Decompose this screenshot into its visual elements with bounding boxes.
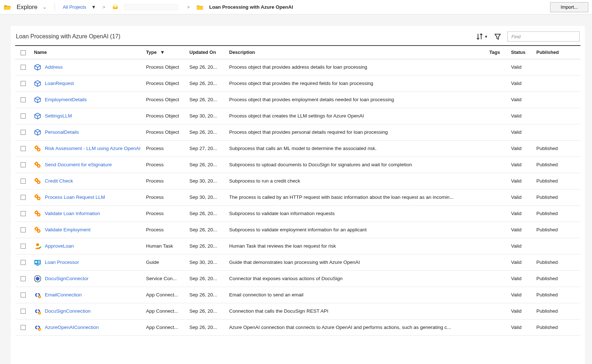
row-checkbox[interactable] xyxy=(15,303,31,319)
table-row[interactable]: Address Process Object Sep 26, 20... Pro… xyxy=(15,59,580,75)
table-row[interactable]: Validate Employment Process Sep 26, 20..… xyxy=(15,222,580,238)
table-row[interactable]: Risk Assessment - LLM using Azure OpenAI… xyxy=(15,140,580,157)
item-link[interactable]: Validate Loan Information xyxy=(45,211,100,216)
item-link[interactable]: Credit Check xyxy=(45,178,73,184)
table-row[interactable]: DocuSignConnector Service Con... Sep 26,… xyxy=(15,270,580,287)
cell-status: Valid xyxy=(508,287,533,303)
app-connection-icon xyxy=(34,291,41,299)
header-published[interactable]: Published xyxy=(533,46,580,59)
row-checkbox[interactable] xyxy=(15,173,31,189)
row-checkbox[interactable] xyxy=(15,287,31,303)
table-row[interactable]: Validate Loan Information Process Sep 26… xyxy=(15,205,580,222)
row-checkbox[interactable] xyxy=(15,124,31,140)
import-button[interactable]: Import... xyxy=(550,2,588,12)
row-checkbox[interactable] xyxy=(15,238,31,254)
cell-name: Validate Loan Information xyxy=(31,205,143,222)
breadcrumb-current: Loan Processing with Azure OpenAI xyxy=(209,4,293,10)
row-checkbox[interactable] xyxy=(15,59,31,75)
cell-published: Published xyxy=(533,173,580,189)
row-checkbox[interactable] xyxy=(15,270,31,287)
table-row[interactable]: PersonalDetails Process Object Sep 26, 2… xyxy=(15,124,580,140)
process-object-icon xyxy=(34,129,41,136)
cell-published: Published xyxy=(533,189,580,205)
header-updated[interactable]: Updated On xyxy=(186,46,226,59)
breadcrumb-sep: > xyxy=(187,4,190,10)
cell-tags xyxy=(486,91,508,108)
cell-description: Process object that provides address det… xyxy=(226,59,486,75)
sort-desc-icon: ▼ xyxy=(160,50,165,55)
item-link[interactable]: DocuSignConnection xyxy=(45,308,91,314)
item-link[interactable]: Loan Processor xyxy=(45,260,79,265)
find-input[interactable] xyxy=(507,31,580,42)
row-checkbox[interactable] xyxy=(15,254,31,270)
item-link[interactable]: LoanRequest xyxy=(45,81,74,86)
explore-label[interactable]: Explore xyxy=(17,4,38,11)
cell-published: Published xyxy=(533,319,580,335)
table-row[interactable]: DocuSignConnection App Connect... Sep 26… xyxy=(15,303,580,319)
row-checkbox[interactable] xyxy=(15,91,31,108)
item-link[interactable]: Validate Employment xyxy=(45,227,91,232)
row-checkbox[interactable] xyxy=(15,222,31,238)
cell-updated: Sep 26, 20... xyxy=(186,222,226,238)
cell-tags xyxy=(486,140,508,157)
item-link[interactable]: SettingsLLM xyxy=(45,113,72,119)
header-type[interactable]: Type ▼ xyxy=(143,46,186,59)
row-checkbox[interactable] xyxy=(15,205,31,222)
cell-status: Valid xyxy=(508,108,533,124)
cell-type: Process xyxy=(143,189,186,205)
table-row[interactable]: ApproveLoan Human Task Sep 26, 20... Hum… xyxy=(15,238,580,254)
row-checkbox[interactable] xyxy=(15,157,31,173)
item-link[interactable]: EmploymentDetails xyxy=(45,97,87,102)
header-tags[interactable]: Tags xyxy=(486,46,508,59)
table-row[interactable]: EmailConnection App Connect... Sep 26, 2… xyxy=(15,287,580,303)
item-link[interactable]: Risk Assessment - LLM using Azure OpenAI xyxy=(45,146,141,151)
table-row[interactable]: SettingsLLM Process Object Sep 30, 20...… xyxy=(15,108,580,124)
cell-published: Published xyxy=(533,303,580,319)
table-row[interactable]: Credit Check Process Sep 30, 20... Subpr… xyxy=(15,173,580,189)
row-checkbox[interactable] xyxy=(15,189,31,205)
item-link[interactable]: PersonalDetails xyxy=(45,129,79,135)
breadcrumb-root-link[interactable]: All Projects xyxy=(63,4,86,10)
item-link[interactable]: Address xyxy=(45,64,63,70)
item-link[interactable]: AzureOpenAIConnection xyxy=(45,325,99,330)
row-checkbox[interactable] xyxy=(15,140,31,157)
sort-button[interactable]: ▼ xyxy=(476,33,488,40)
row-checkbox[interactable] xyxy=(15,108,31,124)
header-checkbox[interactable] xyxy=(15,46,31,59)
breadcrumb-tray-icon[interactable] xyxy=(112,4,119,10)
table-row[interactable]: Loan Processor Guide Sep 30, 20... Guide… xyxy=(15,254,580,270)
cell-published: Published xyxy=(533,140,580,157)
item-link[interactable]: DocuSignConnector xyxy=(45,276,89,281)
filter-icon[interactable] xyxy=(494,33,502,40)
table-row[interactable]: Process Loan Request LLM Process Sep 30,… xyxy=(15,189,580,205)
item-link[interactable]: Send Document for eSignature xyxy=(45,162,112,167)
cell-published: Published xyxy=(533,157,580,173)
cell-description: Subprocess to validate loan information … xyxy=(226,205,486,222)
cell-tags xyxy=(486,108,508,124)
header-name[interactable]: Name xyxy=(31,46,143,59)
cell-tags xyxy=(486,75,508,91)
item-link[interactable]: Process Loan Request LLM xyxy=(45,194,105,200)
header-status[interactable]: Status xyxy=(508,46,533,59)
row-checkbox[interactable] xyxy=(15,75,31,91)
item-link[interactable]: EmailConnection xyxy=(45,292,82,297)
table-row[interactable]: AzureOpenAIConnection App Connect... Sep… xyxy=(15,319,580,335)
cell-tags xyxy=(486,59,508,75)
divider xyxy=(55,3,55,11)
cell-updated: Sep 26, 20... xyxy=(186,238,226,254)
breadcrumb-blank[interactable] xyxy=(124,4,178,10)
cell-type: Process xyxy=(143,205,186,222)
row-checkbox[interactable] xyxy=(15,319,31,335)
table-row[interactable]: EmploymentDetails Process Object Sep 26,… xyxy=(15,91,580,108)
table-row[interactable]: Send Document for eSignature Process Sep… xyxy=(15,157,580,173)
cell-description: Connector that exposes various actions o… xyxy=(226,270,486,287)
breadcrumb-root-caret-icon[interactable]: ▼ xyxy=(91,4,96,10)
table-row[interactable]: LoanRequest Process Object Sep 26, 20...… xyxy=(15,75,580,91)
header-description[interactable]: Description xyxy=(226,46,486,59)
item-link[interactable]: ApproveLoan xyxy=(45,243,74,249)
table-scroll[interactable]: Name Type ▼ Updated On Description Tags … xyxy=(15,45,580,364)
cell-updated: Sep 30, 20... xyxy=(186,108,226,124)
explore-chevron-icon[interactable]: ⌄ xyxy=(43,4,47,10)
cell-status: Valid xyxy=(508,75,533,91)
cell-description: Process object that provides employment … xyxy=(226,91,486,108)
